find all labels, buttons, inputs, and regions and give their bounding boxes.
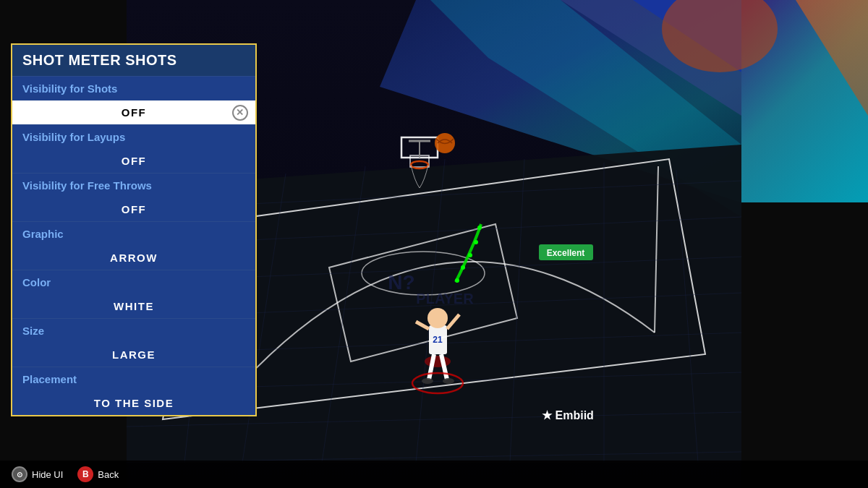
menu-item-visibility-layups[interactable]: Visibility for Layups OFF xyxy=(12,124,255,173)
hide-ui-button[interactable]: ⊙ Hide UI xyxy=(12,466,63,482)
back-icon: B xyxy=(77,466,93,482)
svg-point-47 xyxy=(468,253,472,257)
menu-item-color[interactable]: Color WHITE xyxy=(12,270,255,318)
svg-point-39 xyxy=(443,378,454,384)
svg-text:Excellent: Excellent xyxy=(547,248,585,258)
graphic-label: Graphic xyxy=(12,222,255,246)
svg-point-35 xyxy=(425,356,451,367)
back-label: Back xyxy=(98,469,119,480)
panel-title: SHOT METER SHOTS xyxy=(12,45,255,76)
svg-point-49 xyxy=(477,226,482,230)
svg-text:21: 21 xyxy=(433,335,443,345)
hide-ui-icon: ⊙ xyxy=(12,466,27,482)
color-label: Color xyxy=(12,270,255,294)
svg-point-38 xyxy=(422,378,433,384)
back-button[interactable]: B Back xyxy=(77,466,119,482)
placement-value[interactable]: TO THE SIDE xyxy=(12,391,255,415)
menu-item-visibility-shots[interactable]: Visibility for Shots OFF ✕ xyxy=(12,76,255,124)
svg-point-44 xyxy=(427,308,448,328)
shot-meter-panel: SHOT METER SHOTS Visibility for Shots OF… xyxy=(11,43,257,416)
visibility-freethrows-value[interactable]: OFF xyxy=(12,197,255,221)
menu-item-placement[interactable]: Placement TO THE SIDE xyxy=(12,367,255,415)
placement-label: Placement xyxy=(12,367,255,391)
menu-item-graphic[interactable]: Graphic ARROW xyxy=(12,221,255,270)
svg-point-46 xyxy=(461,265,465,270)
menu-item-size[interactable]: Size LARGE xyxy=(12,318,255,367)
close-icon[interactable]: ✕ xyxy=(232,105,248,121)
hide-ui-label: Hide UI xyxy=(32,469,63,480)
visibility-shots-value[interactable]: OFF ✕ xyxy=(12,100,255,124)
visibility-layups-value[interactable]: OFF xyxy=(12,149,255,173)
svg-text:N?: N? xyxy=(388,271,414,294)
svg-point-45 xyxy=(455,278,459,283)
visibility-layups-label: Visibility for Layups xyxy=(12,125,255,149)
svg-text:★ Embiid: ★ Embiid xyxy=(542,409,594,421)
visibility-freethrows-label: Visibility for Free Throws xyxy=(12,174,255,197)
bottom-bar: ⊙ Hide UI B Back xyxy=(0,461,868,488)
color-value[interactable]: WHITE xyxy=(12,294,255,318)
size-value[interactable]: LARGE xyxy=(12,343,255,367)
svg-point-48 xyxy=(474,240,478,244)
menu-item-visibility-freethrows[interactable]: Visibility for Free Throws OFF xyxy=(12,173,255,221)
visibility-shots-label: Visibility for Shots xyxy=(12,77,255,100)
graphic-value[interactable]: ARROW xyxy=(12,246,255,270)
svg-text:PLAYER: PLAYER xyxy=(416,291,474,307)
size-label: Size xyxy=(12,319,255,343)
